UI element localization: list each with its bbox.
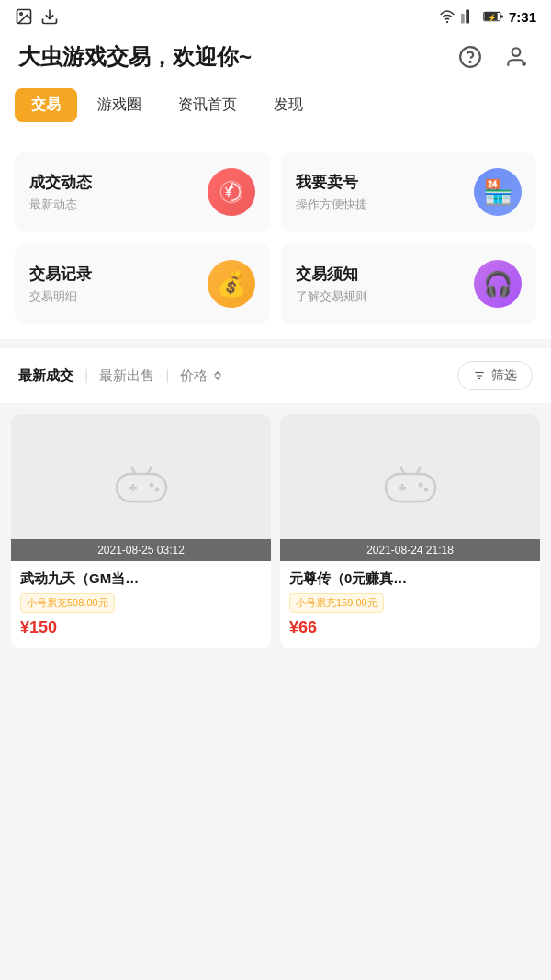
- svg-point-3: [446, 21, 448, 23]
- signal-icon: [461, 9, 478, 24]
- filter-divider-1: |: [84, 367, 88, 384]
- tab-news[interactable]: 资讯首页: [162, 88, 253, 122]
- sell-account-icon: 🏪: [474, 168, 522, 216]
- svg-point-1: [20, 13, 22, 15]
- card-record-subtitle: 交易明细: [29, 288, 92, 305]
- download-icon: [40, 7, 59, 26]
- filter-price-sort[interactable]: 价格: [180, 367, 224, 385]
- profile-button[interactable]: [500, 40, 533, 73]
- product-name-1: 武动九天（GM当…: [20, 570, 262, 588]
- filter-tab-latest-sell[interactable]: 最新出售: [99, 367, 154, 385]
- sort-arrows-icon: [211, 369, 224, 382]
- filter-button-label: 筛选: [491, 367, 517, 384]
- page-title: 大虫游戏交易，欢迎你~: [18, 42, 252, 72]
- product-info-1: 武动九天（GM当… 小号累充598.00元 ¥150: [11, 561, 271, 648]
- product-price-1: ¥150: [20, 618, 262, 637]
- product-date-1: 2021-08-25 03:12: [11, 539, 271, 561]
- product-tag-2: 小号累充159.00元: [289, 593, 384, 613]
- tab-bar: 交易 游戏圈 资讯首页 发现: [0, 88, 551, 137]
- user-icon: [504, 45, 528, 69]
- product-image-1: 2021-08-25 03:12: [11, 414, 271, 561]
- cards-section: 成交动态 最新动态 ¥ 我要卖号 操作方便快捷 🏪: [0, 137, 551, 339]
- product-card-1[interactable]: 2021-08-25 03:12 武动九天（GM当… 小号累充598.00元 ¥…: [11, 414, 271, 648]
- card-trade-record[interactable]: 交易记录 交易明细 💰: [15, 243, 270, 324]
- trade-record-icon: 💰: [208, 260, 255, 308]
- status-icons-right: ⚡ 7:31: [439, 8, 536, 25]
- gamepad-icon-2: [378, 465, 443, 511]
- trade-dynamics-icon: ¥: [208, 168, 255, 216]
- svg-point-22: [154, 488, 159, 492]
- filter-icon: [473, 369, 486, 382]
- header: 大虫游戏交易，欢迎你~: [0, 29, 551, 88]
- svg-point-29: [423, 488, 428, 492]
- svg-text:⚡: ⚡: [488, 13, 497, 22]
- card-notice-subtitle: 了解交易规则: [296, 288, 367, 305]
- status-bar: ⚡ 7:31: [0, 0, 551, 29]
- card-sell-subtitle: 操作方便快捷: [296, 197, 367, 213]
- tab-discover[interactable]: 发现: [257, 88, 320, 122]
- card-sell-title: 我要卖号: [296, 172, 367, 193]
- card-trade-dynamics-title: 成交动态: [29, 172, 92, 193]
- filter-bar: 最新成交 | 最新出售 | 价格 筛选: [0, 348, 551, 403]
- svg-rect-25: [386, 474, 435, 501]
- svg-rect-5: [466, 10, 469, 24]
- products-grid: 2021-08-25 03:12 武动九天（GM当… 小号累充598.00元 ¥…: [11, 414, 540, 648]
- product-date-2: 2021-08-24 21:18: [280, 539, 540, 561]
- section-divider: [0, 339, 551, 348]
- svg-point-21: [149, 483, 153, 488]
- wifi-icon: [439, 8, 455, 25]
- trade-notice-icon: 🎧: [474, 260, 522, 308]
- product-price-2: ¥66: [289, 618, 531, 637]
- product-image-2: 2021-08-24 21:18: [280, 414, 540, 561]
- question-circle-icon: [458, 45, 482, 69]
- filter-tab-latest-trade[interactable]: 最新成交: [18, 367, 73, 385]
- card-record-title: 交易记录: [29, 264, 92, 285]
- svg-point-11: [512, 48, 521, 56]
- card-trade-notice[interactable]: 交易须知 了解交易规则 🎧: [281, 243, 536, 324]
- cards-grid: 成交动态 最新动态 ¥ 我要卖号 操作方便快捷 🏪: [15, 152, 536, 324]
- tab-circle[interactable]: 游戏圈: [81, 88, 158, 122]
- svg-point-28: [418, 483, 422, 488]
- svg-rect-18: [117, 474, 166, 501]
- help-button[interactable]: [454, 40, 487, 73]
- card-trade-dynamics-subtitle: 最新动态: [29, 197, 92, 213]
- status-icons-left: [15, 7, 59, 26]
- photo-icon: [15, 7, 33, 26]
- battery-icon: ⚡: [483, 10, 503, 23]
- card-sell-account[interactable]: 我要卖号 操作方便快捷 🏪: [281, 152, 536, 232]
- svg-rect-4: [461, 14, 465, 24]
- gamepad-icon-1: [109, 465, 174, 511]
- product-tag-1: 小号累充598.00元: [20, 593, 115, 613]
- time-display: 7:31: [509, 9, 536, 25]
- tab-trade[interactable]: 交易: [15, 88, 77, 122]
- filter-button[interactable]: 筛选: [457, 361, 533, 390]
- products-section: 2021-08-25 03:12 武动九天（GM当… 小号累充598.00元 ¥…: [0, 403, 551, 648]
- filter-price-label: 价格: [180, 367, 208, 385]
- product-name-2: 元尊传（0元赚真…: [289, 570, 531, 588]
- product-card-2[interactable]: 2021-08-24 21:18 元尊传（0元赚真… 小号累充159.00元 ¥…: [280, 414, 540, 648]
- card-trade-dynamics[interactable]: 成交动态 最新动态 ¥: [15, 152, 270, 232]
- filter-divider-2: |: [165, 367, 169, 384]
- card-notice-title: 交易须知: [296, 264, 367, 285]
- header-icons: [454, 40, 533, 73]
- product-info-2: 元尊传（0元赚真… 小号累充159.00元 ¥66: [280, 561, 540, 648]
